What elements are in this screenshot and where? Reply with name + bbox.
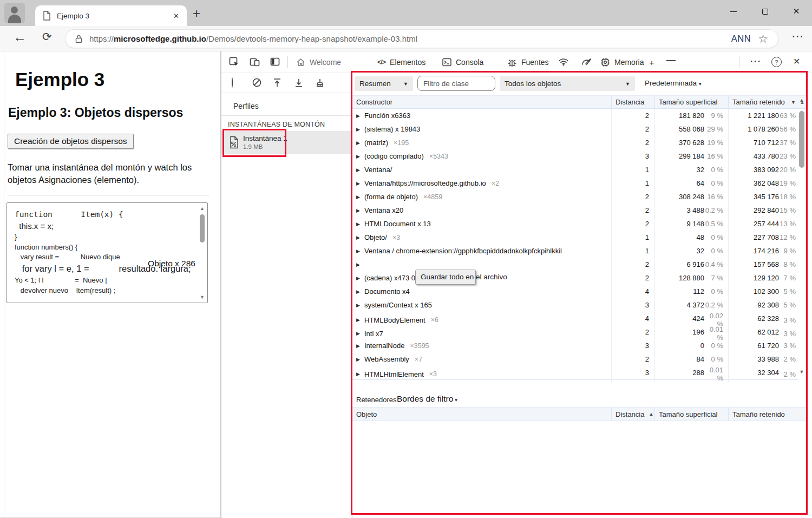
expand-icon[interactable]: ▶ [356,208,364,213]
tab-elements[interactable]: </> Elementos [377,51,425,73]
expand-icon[interactable]: ▶ [356,194,364,200]
table-row[interactable]: ▶ Documento x4 4 112 0 % 102 300 5 % [352,285,798,298]
help-button[interactable]: ? [771,57,782,67]
table-row[interactable]: ▶ HTMLBodyElement ×6 4 424 0.02 % 62 328… [352,312,798,325]
create-objects-button[interactable]: Creación de objetos dispersos [8,134,134,149]
column-retained-size[interactable]: Tamaño retenido [728,408,798,421]
expand-icon[interactable]: ▶ [356,303,364,308]
table-row[interactable]: ▶ Ventana/https://microsoftedge.github.i… [352,176,798,190]
expand-icon[interactable]: ▶ [356,235,364,240]
address-bar[interactable]: https://microsoftedge.github.io/Demos/de… [65,29,778,48]
expand-icon[interactable]: ▶ [356,317,364,323]
record-snapshot-icon[interactable] [232,78,233,88]
shallow-size-percent: 0.4 % [704,260,728,268]
tab-close-icon[interactable]: ✕ [173,12,179,20]
table-row[interactable]: ▶ Intl x7 2 196 0.01 % 62 012 3 % [352,325,798,339]
table-row[interactable]: ▶ Función x6363 2 181 820 9 % 1 221 180 … [352,109,798,122]
clear-all-broom-icon[interactable] [315,78,325,88]
table-row[interactable]: ▶ (código compilado) ×5343 3 299 184 16 … [352,149,798,163]
inspect-icon[interactable] [229,57,239,67]
scroll-up-icon[interactable]: ▲ [199,206,206,211]
tab-console[interactable]: Consola [442,51,483,73]
browser-menu-icon[interactable]: ⋯ [791,29,803,43]
table-scrollbar[interactable]: ▲ ▼ [798,96,806,379]
back-icon[interactable]: ← [13,29,27,45]
retainers-filter-select[interactable]: Bordes de filtro▾ [397,394,457,404]
distance-value: 1 [611,231,654,244]
load-profile-icon[interactable] [273,78,281,88]
overflow-dash-icon[interactable] [666,60,676,61]
more-tabs-plus[interactable]: + [649,58,654,67]
constructor-name: system/Context x 165 [364,301,432,309]
table-row[interactable]: ▶ InternalNode ×3595 3 0 0 % 61 720 3 % [352,339,798,352]
scroll-down-icon[interactable]: ▼ [798,369,806,375]
expand-icon[interactable]: ▶ [356,357,364,362]
expand-icon[interactable]: ▶ [356,221,364,227]
new-tab-button[interactable]: + [193,6,200,21]
scroll-up-icon[interactable]: ▲ [798,97,806,103]
class-filter-input[interactable] [417,76,495,91]
expand-icon[interactable]: ▶ [356,248,364,254]
objects-select[interactable]: Todos los objetos ▼ [500,76,635,91]
device-emulation-icon[interactable] [250,57,260,67]
expand-icon[interactable]: ▶ [356,154,364,159]
tab-memory[interactable]: Memoria + [600,51,654,73]
expand-icon[interactable]: ▶ [356,127,364,132]
column-retained-size[interactable]: Tamaño retenido ▼ [728,96,798,108]
expand-icon[interactable]: ▶ [356,343,364,349]
code-line: function numbers() { [15,242,193,253]
table-row[interactable]: ▶ Ventana / chrome-extension://gpphkfbcp… [352,244,798,258]
table-row[interactable]: ▶ WebAssembly ×7 2 84 0 % 33 988 2 % [352,352,798,366]
profile-avatar[interactable] [4,3,25,23]
expand-icon[interactable]: ▶ [356,140,364,146]
table-row[interactable]: ▶ (matriz) ×195 2 370 628 19 % 710 712 3… [352,136,798,149]
tab-sources[interactable]: Fuentes [507,51,549,73]
save-profile-icon[interactable] [294,78,303,88]
column-shallow-size[interactable]: Tamaño superficial [654,408,728,421]
table-row[interactable]: ▶ (forma de objeto) ×4859 2 308 248 16 %… [352,190,798,204]
view-select[interactable]: Resumen ▼ [355,76,413,91]
table-row[interactable]: ▶ Ventana/ 1 32 0 % 383 092 20 % [352,163,798,176]
activity-bar-icon[interactable] [270,57,280,67]
clear-profiles-icon[interactable] [252,78,261,87]
maximize-button[interactable] [749,0,781,23]
browser-tab[interactable]: Ejemplo 3 ✕ [35,5,187,26]
expand-icon[interactable]: ▶ [356,181,364,186]
close-window-button[interactable]: ✕ [781,0,812,23]
expand-icon[interactable]: ▶ [356,331,364,336]
expand-icon[interactable]: ▶ [356,167,364,173]
column-constructor[interactable]: Constructor [352,96,611,108]
favorites-star-icon[interactable]: ☆ [758,32,768,45]
profile-name[interactable]: ANN [731,34,751,44]
table-row[interactable]: ▶ HTMLDocument x 13 2 9 148 0.5 % 257 44… [352,217,798,231]
devtools-close-icon[interactable]: ✕ [793,56,800,67]
snapshot-item[interactable]: Instantánea 1 1.9 MB [221,131,352,154]
table-row[interactable]: ▶ (sistema) x 19843 2 558 068 29 % 1 078… [352,122,798,136]
devtools-menu-icon[interactable]: ⋯ [750,55,761,68]
constructor-name: Ventana/ [364,166,392,174]
expand-icon[interactable]: ▶ [356,276,364,281]
column-object[interactable]: Objeto [352,408,611,421]
column-distance[interactable]: Distancia ▲ [611,408,654,421]
performance-icon[interactable] [581,57,593,67]
scroll-down-icon[interactable]: ▼ [199,294,206,300]
scroll-thumb[interactable] [799,111,804,168]
column-shallow-size[interactable]: Tamaño superficial [654,96,728,108]
refresh-icon[interactable]: ⟳ [42,30,52,43]
scroll-thumb[interactable] [200,214,205,242]
save-all-to-file-button[interactable]: Guardar todo en el archivo [415,270,476,285]
code-scrollbar[interactable]: ▲ ▼ [199,206,206,300]
expand-icon[interactable]: ▶ [356,113,364,119]
grouping-select[interactable]: Predeterminada▾ [645,79,702,87]
table-row[interactable]: ▶ Ventana x20 2 3 488 0.2 % 292 840 15 % [352,204,798,217]
expand-icon[interactable]: ▶ [356,289,364,294]
expand-icon[interactable]: ▶ [356,371,364,377]
network-conditions-icon[interactable] [558,58,569,66]
table-row[interactable]: ▶ HTMLHtmlElement ×3 3 288 0.01 % 32 304… [352,366,798,379]
minimize-button[interactable] [718,0,749,23]
expand-icon[interactable]: ▶ [356,262,364,267]
table-row[interactable]: ▶ Objeto/ ×3 1 48 0 % 227 708 12 % [352,231,798,244]
table-row[interactable]: ▶ system/Context x 165 3 4 372 0.2 % 92 … [352,298,798,312]
tab-welcome[interactable]: Welcome [296,51,341,73]
column-distance[interactable]: Distancia [611,96,654,108]
